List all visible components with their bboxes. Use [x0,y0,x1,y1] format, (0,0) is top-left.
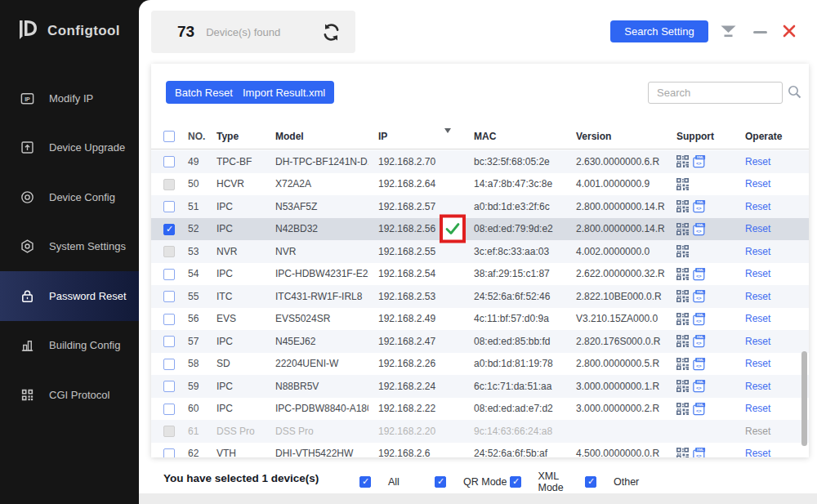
reset-link[interactable]: Reset [745,381,770,392]
qr-code-icon[interactable] [676,245,689,257]
table-row[interactable]: 52 IPC N42BD32 192.168.2.56 08:ed:ed:79:… [151,218,809,241]
sidebar-item-building-config[interactable]: Building Config [0,321,139,371]
qr-code-icon[interactable] [676,313,689,325]
table-row[interactable]: 60 IPC IPC-PDBW8840-A180 192.168.2.22 08… [151,398,809,421]
table-row[interactable]: 57 IPC N45EJ62 192.168.2.47 08:ed:ed:85:… [151,330,809,353]
reset-link[interactable]: Reset [745,223,770,234]
xml-file-icon[interactable]: XML<> [693,447,706,457]
option-all[interactable]: All [359,476,435,488]
reset-link[interactable]: Reset [745,448,770,457]
row-checkbox[interactable] [163,269,175,280]
xml-file-icon[interactable]: XML<> [693,334,706,348]
xml-file-icon[interactable]: XML<> [693,402,706,416]
all-checkbox[interactable] [359,476,371,488]
sidebar-item-device-upgrade[interactable]: Device Upgrade [0,123,139,173]
qr-code-icon[interactable] [676,178,689,190]
table-row[interactable]: 54 IPC IPC-HDBW4231F-E2-M 192.168.2.54 3… [151,263,809,286]
xml-file-icon[interactable]: XML<> [693,312,706,326]
select-all-checkbox[interactable] [163,131,175,142]
row-checkbox[interactable] [163,156,175,167]
column-header-version: Version [572,131,674,142]
xml-file-icon[interactable]: XML<> [693,267,706,281]
filter-icon[interactable] [721,25,736,38]
reset-link[interactable]: Reset [745,291,770,302]
row-checkbox[interactable] [163,246,175,257]
row-checkbox[interactable] [163,336,175,347]
sidebar-item-device-config[interactable]: Device Config [0,172,139,222]
qr-code-icon[interactable] [676,403,689,415]
xml-file-icon[interactable]: XML<> [693,199,706,213]
reset-link[interactable]: Reset [745,426,770,437]
import-result-button[interactable]: Import Result.xml [234,81,334,104]
cell-status [433,173,470,196]
qr-code-icon[interactable] [676,335,689,347]
reset-link[interactable]: Reset [745,201,770,212]
row-checkbox[interactable] [163,381,175,392]
reset-link[interactable]: Reset [745,403,770,414]
reset-link[interactable]: Reset [745,156,770,167]
qr-code-icon[interactable] [676,380,689,392]
row-checkbox[interactable] [163,359,175,370]
refresh-icon[interactable] [322,23,341,42]
table-row[interactable]: 62 VTH DHI-VTH5422HW 192.168.2.6 24:52:6… [151,443,809,458]
other-checkbox[interactable] [585,476,596,488]
qr-code-icon[interactable] [676,290,689,302]
table-row[interactable]: 59 IPC N88BR5V 192.168.2.24 6c:1c:71:da:… [151,375,809,398]
table-row[interactable]: 50 HCVR X72A2A 192.168.2.64 14:a7:8b:47:… [151,173,809,196]
table-scrollbar-thumb[interactable] [801,351,807,446]
reset-link[interactable]: Reset [745,336,770,347]
reset-link[interactable]: Reset [745,268,770,279]
row-checkbox[interactable] [163,201,175,212]
xml-file-icon[interactable]: XML<> [693,289,706,303]
qr-mode-checkbox[interactable] [435,476,446,488]
qr-code-icon[interactable] [676,268,689,280]
reset-link[interactable]: Reset [745,178,770,190]
search-icon[interactable] [788,85,801,99]
batch-reset-button[interactable]: Batch Reset [166,81,242,104]
row-checkbox[interactable] [163,404,175,415]
xml-file-icon[interactable]: XML<> [693,357,706,371]
cell-status [433,330,470,353]
qr-code-icon[interactable] [676,358,689,370]
table-row[interactable]: 53 NVR NVR 192.168.2.55 3c:ef:8c:33:aa:0… [151,240,809,263]
close-icon[interactable] [782,24,797,38]
xml-file-icon[interactable]: XML<> [693,222,706,236]
row-checkbox[interactable] [163,448,175,457]
reset-link[interactable]: Reset [745,246,770,257]
cell-ip: 192.168.2.55 [368,246,433,257]
ip-sort-dropdown-icon[interactable] [444,128,451,133]
qr-code-icon[interactable] [676,155,689,167]
cell-mac: 6c:1c:71:da:51:aa [470,381,572,392]
qr-code-icon[interactable] [676,448,689,457]
xml-file-icon[interactable]: XML<> [693,379,706,393]
cell-status [433,218,470,241]
xml-mode-checkbox[interactable] [510,476,521,488]
sidebar-item-modify-ip[interactable]: IP Modify IP [0,74,139,123]
table-row[interactable]: 51 IPC N53AF5Z 192.168.2.57 a0:bd:1d:e3:… [151,195,809,218]
row-checkbox[interactable] [163,291,175,302]
svg-text:XML: XML [697,200,704,204]
table-row[interactable]: 49 TPC-BF DH-TPC-BF1241N-D... 192.168.2.… [151,150,809,173]
option-other[interactable]: Other [585,476,639,488]
row-checkbox[interactable] [163,314,175,325]
xml-file-icon[interactable]: XML<> [693,154,706,168]
option-xml-mode[interactable]: XML Mode [510,471,585,493]
minimize-icon[interactable] [753,31,767,33]
search-input[interactable] [648,82,783,104]
sidebar-item-system-settings[interactable]: System Settings [0,222,139,272]
sidebar-item-cgi-protocol[interactable]: CGI Protocol [0,370,139,420]
reset-link[interactable]: Reset [745,358,770,369]
table-row[interactable]: 55 ITC ITC431-RW1F-IRL8 192.168.2.53 24:… [151,285,809,308]
table-row[interactable]: 61 DSS Pro DSS Pro 192.168.2.20 9c:14:63… [151,420,809,443]
row-checkbox[interactable] [163,426,175,437]
table-row[interactable]: 56 EVS EVS5024SR 192.168.2.49 4c:11:bf:5… [151,308,809,331]
row-checkbox[interactable] [163,224,175,235]
search-setting-button[interactable]: Search Setting [610,20,708,42]
row-checkbox[interactable] [163,179,175,190]
option-qr-mode[interactable]: QR Mode [435,476,510,488]
qr-code-icon[interactable] [676,200,689,212]
qr-code-icon[interactable] [676,223,689,235]
table-row[interactable]: 58 SD 22204UENI-W 192.168.2.26 a0:bd:1d:… [151,353,809,376]
reset-link[interactable]: Reset [745,313,770,324]
sidebar-item-password-reset[interactable]: Password Reset [0,271,139,321]
